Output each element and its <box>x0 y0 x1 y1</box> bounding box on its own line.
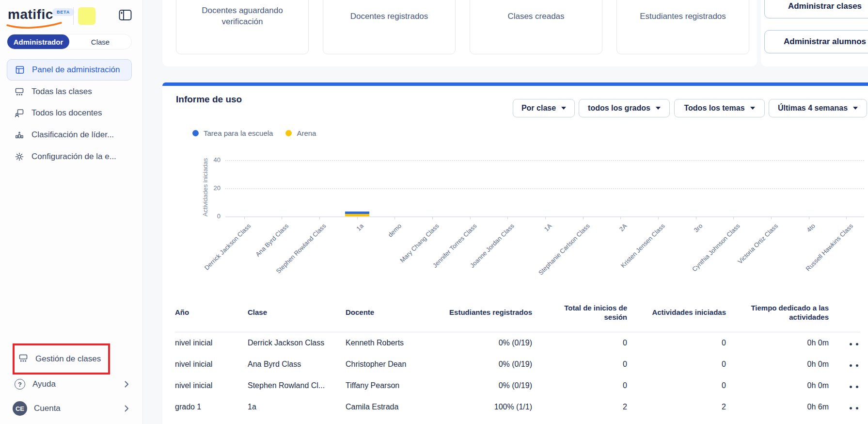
help-icon: ? <box>15 379 25 390</box>
row-menu[interactable] <box>829 396 860 418</box>
leaderboard-icon <box>15 130 24 140</box>
divider <box>73 7 74 25</box>
row-menu-dot <box>850 386 852 388</box>
column-header-menu <box>829 298 860 332</box>
classes-icon <box>15 87 24 97</box>
table-row: grado 11aCamila Estrada100% (1/1)220h 6m <box>175 396 860 418</box>
row-menu-dot <box>856 343 858 345</box>
table-cell: nivel inicial <box>175 332 248 354</box>
beta-badge: BETA <box>52 8 74 16</box>
table-cell: 0 <box>532 375 627 396</box>
summary-card-title: Estudiantes registrados <box>617 0 749 33</box>
column-header: Tiempo dedicado a las actividades <box>726 298 829 332</box>
table-cell: 0 <box>532 354 627 375</box>
summary-card-title: Clases creadas <box>470 0 602 33</box>
column-header: Año <box>175 298 248 332</box>
usage-table: AñoClaseDocenteEstudiantes registradosTo… <box>175 298 860 418</box>
y-axis-title: Actividades iniciadas <box>202 158 209 217</box>
column-header: Docente <box>346 298 440 332</box>
bar-segment <box>345 214 369 216</box>
sidebar-item-gestion-de-clases[interactable]: Gestión de clases <box>13 343 110 375</box>
x-tick-mark <box>733 217 734 219</box>
administrar-clases-button[interactable]: Administrar clases <box>764 0 868 18</box>
summary-cards-panel: Docentes aguardando verificaciónDocentes… <box>162 0 757 66</box>
x-tick-mark <box>658 217 659 219</box>
x-tick-mark <box>846 217 847 219</box>
admin-dashboard: matific BETA AdministradorClase Panel de… <box>0 0 868 424</box>
matific-logo: matific <box>8 7 53 22</box>
table-header-row: AñoClaseDocenteEstudiantes registradosTo… <box>175 298 860 332</box>
summary-card: Clases creadas <box>470 0 602 54</box>
settings-icon <box>15 152 24 162</box>
sidebar: matific BETA AdministradorClase Panel de… <box>0 0 143 424</box>
x-tick-mark <box>771 217 772 219</box>
table-cell: grado 1 <box>175 396 248 418</box>
gridline <box>225 160 864 161</box>
table-cell: 0 <box>532 332 627 354</box>
usage-chart: 40200Actividades iniciadasDerrick Jackso… <box>162 82 868 277</box>
sidebar-item-todos-los-docentes[interactable]: Todos los docentes <box>7 102 132 124</box>
sidebar-item-label: Clasificación de líder... <box>32 130 114 140</box>
table-cell: 2 <box>627 396 726 418</box>
table-cell: 0% (0/19) <box>440 375 532 396</box>
row-menu-dot <box>850 364 852 367</box>
row-menu[interactable] <box>829 354 860 375</box>
sidebar-item-todas-las-clases[interactable]: Todas las clases <box>7 81 132 102</box>
teachers-icon <box>15 108 24 118</box>
x-tick-mark <box>507 217 508 219</box>
sidebar-item-clasificaci-n-de-l-der[interactable]: Clasificación de líder... <box>7 124 132 146</box>
table-row: nivel inicialDerrick Jackson ClassKennet… <box>175 332 860 354</box>
table-cell: Derrick Jackson Class <box>248 332 346 354</box>
table-cell: nivel inicial <box>175 375 248 396</box>
x-tick-mark <box>319 217 320 219</box>
table-cell: 0% (0/19) <box>440 332 532 354</box>
row-menu-dot <box>856 407 858 409</box>
x-axis-line <box>225 216 864 217</box>
table-cell: Ana Byrd Class <box>248 354 346 375</box>
row-menu[interactable] <box>829 375 860 396</box>
sidebar-item-label: Panel de administración <box>32 65 120 75</box>
sidebar-item-cuenta[interactable]: CE Cuenta <box>7 398 132 419</box>
table-cell: 2 <box>532 396 627 418</box>
table-cell: 0 <box>627 332 726 354</box>
chevron-right-icon <box>125 405 129 412</box>
x-tick-mark <box>244 217 245 219</box>
x-tick-mark <box>583 217 584 219</box>
x-tick-mark <box>809 217 809 219</box>
sidebar-item-configuraci-n-de-la-e[interactable]: Configuración de la e... <box>7 146 132 167</box>
summary-card: Docentes registrados <box>323 0 456 54</box>
gridline <box>225 188 864 189</box>
usage-report-panel: Informe de uso Por clasetodos los grados… <box>162 82 868 424</box>
role-toggle-administrador[interactable]: Administrador <box>7 34 69 49</box>
chevron-right-icon <box>125 381 129 388</box>
sidebar-collapse-icon[interactable] <box>119 9 132 21</box>
sidebar-item-label: Todas las clases <box>32 87 92 97</box>
row-menu[interactable] <box>829 332 860 354</box>
summary-card: Docentes aguardando verificación <box>176 0 309 54</box>
x-tick-mark <box>432 217 433 219</box>
table-cell: 0% (0/19) <box>440 354 532 375</box>
administrar-alumnos-button[interactable]: Administrar alumnos <box>764 30 868 53</box>
table-row: nivel inicialStephen Rowland Cl...Tiffan… <box>175 375 860 396</box>
avatar: CE <box>13 401 27 416</box>
sidebar-item-label: Gestión de clases <box>35 354 101 364</box>
logo-swoosh-icon <box>6 21 64 29</box>
column-header: Clase <box>248 298 346 332</box>
table-cell: Stephen Rowland Cl... <box>248 375 346 396</box>
school-logo <box>78 7 95 25</box>
x-tick-mark <box>357 217 358 219</box>
sidebar-item-ayuda[interactable]: ? Ayuda <box>7 374 132 395</box>
table-cell: 1a <box>248 396 346 418</box>
x-tick-mark <box>470 217 471 219</box>
x-tick-mark <box>282 217 282 219</box>
sidebar-item-panel-de-administraci-n[interactable]: Panel de administración <box>7 59 132 81</box>
x-tick-mark <box>395 217 395 219</box>
table-cell: 0 <box>627 375 726 396</box>
sidebar-item-label: Ayuda <box>32 379 56 389</box>
column-header: Actividades iniciadas <box>627 298 726 332</box>
summary-card-title: Docentes registrados <box>323 0 455 33</box>
table-cell: Camila Estrada <box>346 396 440 418</box>
summary-card-title: Docentes aguardando verificación <box>176 0 308 33</box>
role-toggle-clase[interactable]: Clase <box>69 34 131 49</box>
table-cell: 0h 0m <box>726 354 829 375</box>
